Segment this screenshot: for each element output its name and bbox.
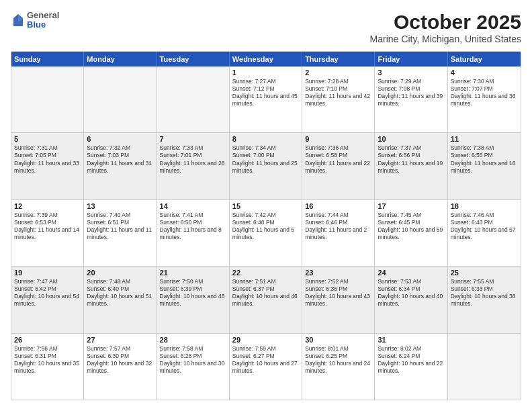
day-number: 5 (14, 135, 81, 143)
calendar: SundayMondayTuesdayWednesdayThursdayFrid… (11, 51, 521, 400)
day-number: 8 (232, 135, 299, 143)
calendar-cell: 3Sunrise: 7:29 AM Sunset: 7:08 PM Daylig… (375, 66, 447, 132)
calendar-cell: 18Sunrise: 7:46 AM Sunset: 6:43 PM Dayli… (448, 200, 521, 266)
day-number: 30 (305, 336, 371, 344)
day-of-week-header: Tuesday (157, 52, 230, 66)
calendar-row: 5Sunrise: 7:31 AM Sunset: 7:05 PM Daylig… (11, 132, 521, 199)
day-of-week-header: Monday (84, 52, 157, 66)
title-block: October 2025 Marine City, Michigan, Unit… (370, 11, 521, 44)
cell-content: Sunrise: 7:50 AM Sunset: 6:39 PM Dayligh… (160, 278, 226, 308)
calendar-cell: 16Sunrise: 7:44 AM Sunset: 6:46 PM Dayli… (302, 200, 375, 266)
cell-content: Sunrise: 7:42 AM Sunset: 6:48 PM Dayligh… (232, 212, 299, 241)
calendar-cell: 1Sunrise: 7:27 AM Sunset: 7:12 PM Daylig… (230, 66, 302, 132)
day-number: 11 (451, 135, 518, 143)
calendar-cell: 4Sunrise: 7:30 AM Sunset: 7:07 PM Daylig… (448, 66, 521, 132)
day-of-week-header: Thursday (302, 52, 375, 66)
cell-content: Sunrise: 7:31 AM Sunset: 7:05 PM Dayligh… (14, 144, 81, 174)
logo-blue-text: Blue (27, 20, 59, 30)
day-number: 25 (451, 269, 518, 277)
day-number: 3 (378, 68, 444, 77)
calendar-cell: 24Sunrise: 7:53 AM Sunset: 6:34 PM Dayli… (375, 267, 447, 332)
day-number: 7 (160, 135, 226, 143)
calendar-cell: 12Sunrise: 7:39 AM Sunset: 6:53 PM Dayli… (11, 200, 84, 266)
calendar-cell: 11Sunrise: 7:38 AM Sunset: 6:55 PM Dayli… (448, 133, 521, 199)
calendar-cell: 6Sunrise: 7:32 AM Sunset: 7:03 PM Daylig… (84, 133, 157, 199)
calendar-cell: 9Sunrise: 7:36 AM Sunset: 6:58 PM Daylig… (302, 133, 375, 199)
calendar-cell (157, 66, 230, 132)
cell-content: Sunrise: 7:55 AM Sunset: 6:33 PM Dayligh… (451, 278, 518, 308)
calendar-row: 1Sunrise: 7:27 AM Sunset: 7:12 PM Daylig… (11, 66, 521, 132)
day-number: 6 (87, 135, 153, 143)
day-of-week-header: Wednesday (230, 52, 302, 66)
cell-content: Sunrise: 7:53 AM Sunset: 6:34 PM Dayligh… (378, 278, 444, 308)
calendar-cell: 29Sunrise: 7:59 AM Sunset: 6:27 PM Dayli… (230, 334, 302, 400)
day-number: 18 (451, 202, 518, 210)
day-number: 4 (451, 68, 518, 77)
calendar-cell: 15Sunrise: 7:42 AM Sunset: 6:48 PM Dayli… (230, 200, 302, 266)
calendar-cell (84, 66, 157, 132)
calendar-cell: 13Sunrise: 7:40 AM Sunset: 6:51 PM Dayli… (84, 200, 157, 266)
calendar-cell: 26Sunrise: 7:56 AM Sunset: 6:31 PM Dayli… (11, 334, 84, 400)
cell-content: Sunrise: 7:45 AM Sunset: 6:45 PM Dayligh… (378, 212, 444, 241)
cell-content: Sunrise: 7:40 AM Sunset: 6:51 PM Dayligh… (87, 212, 153, 241)
calendar-cell: 17Sunrise: 7:45 AM Sunset: 6:45 PM Dayli… (375, 200, 447, 266)
logo: General Blue (11, 11, 59, 30)
calendar-cell: 25Sunrise: 7:55 AM Sunset: 6:33 PM Dayli… (448, 267, 521, 332)
day-number: 13 (87, 202, 153, 210)
cell-content: Sunrise: 7:52 AM Sunset: 6:36 PM Dayligh… (305, 278, 371, 308)
day-number: 15 (232, 202, 299, 210)
cell-content: Sunrise: 7:47 AM Sunset: 6:42 PM Dayligh… (14, 278, 81, 308)
calendar-cell (11, 66, 84, 132)
cell-content: Sunrise: 7:33 AM Sunset: 7:01 PM Dayligh… (160, 144, 226, 174)
day-number: 29 (232, 336, 299, 344)
day-number: 20 (87, 269, 153, 277)
day-number: 1 (232, 68, 299, 77)
cell-content: Sunrise: 7:32 AM Sunset: 7:03 PM Dayligh… (87, 144, 153, 174)
cell-content: Sunrise: 7:44 AM Sunset: 6:46 PM Dayligh… (305, 212, 371, 241)
day-number: 28 (160, 336, 226, 344)
cell-content: Sunrise: 7:37 AM Sunset: 6:56 PM Dayligh… (378, 144, 444, 174)
calendar-row: 26Sunrise: 7:56 AM Sunset: 6:31 PM Dayli… (11, 333, 521, 400)
day-number: 16 (305, 202, 371, 210)
cell-content: Sunrise: 7:38 AM Sunset: 6:55 PM Dayligh… (451, 144, 518, 174)
calendar-cell: 20Sunrise: 7:48 AM Sunset: 6:40 PM Dayli… (84, 267, 157, 332)
calendar-row: 12Sunrise: 7:39 AM Sunset: 6:53 PM Dayli… (11, 199, 521, 266)
cell-content: Sunrise: 8:01 AM Sunset: 6:25 PM Dayligh… (305, 345, 371, 375)
day-number: 2 (305, 68, 371, 77)
calendar-cell: 7Sunrise: 7:33 AM Sunset: 7:01 PM Daylig… (157, 133, 230, 199)
day-number: 10 (378, 135, 444, 143)
calendar-body: 1Sunrise: 7:27 AM Sunset: 7:12 PM Daylig… (11, 66, 521, 400)
logo-text: General Blue (27, 11, 59, 30)
calendar-cell: 14Sunrise: 7:41 AM Sunset: 6:50 PM Dayli… (157, 200, 230, 266)
cell-content: Sunrise: 8:02 AM Sunset: 6:24 PM Dayligh… (378, 345, 444, 375)
month-title: October 2025 (370, 11, 521, 34)
calendar-cell: 5Sunrise: 7:31 AM Sunset: 7:05 PM Daylig… (11, 133, 84, 199)
header: General Blue October 2025 Marine City, M… (11, 11, 521, 44)
calendar-cell: 30Sunrise: 8:01 AM Sunset: 6:25 PM Dayli… (302, 334, 375, 400)
logo-general-text: General (27, 11, 59, 20)
calendar-cell: 8Sunrise: 7:34 AM Sunset: 7:00 PM Daylig… (230, 133, 302, 199)
calendar-cell: 19Sunrise: 7:47 AM Sunset: 6:42 PM Dayli… (11, 267, 84, 332)
cell-content: Sunrise: 7:36 AM Sunset: 6:58 PM Dayligh… (305, 144, 371, 174)
calendar-cell (448, 334, 521, 400)
calendar-cell: 27Sunrise: 7:57 AM Sunset: 6:30 PM Dayli… (84, 334, 157, 400)
day-of-week-header: Sunday (11, 52, 84, 66)
cell-content: Sunrise: 7:48 AM Sunset: 6:40 PM Dayligh… (87, 278, 153, 308)
cell-content: Sunrise: 7:29 AM Sunset: 7:08 PM Dayligh… (378, 78, 444, 107)
calendar-cell: 28Sunrise: 7:58 AM Sunset: 6:28 PM Dayli… (157, 334, 230, 400)
cell-content: Sunrise: 7:57 AM Sunset: 6:30 PM Dayligh… (87, 345, 153, 375)
day-number: 27 (87, 336, 153, 344)
cell-content: Sunrise: 7:34 AM Sunset: 7:00 PM Dayligh… (232, 144, 299, 174)
day-number: 17 (378, 202, 444, 210)
calendar-cell: 22Sunrise: 7:51 AM Sunset: 6:37 PM Dayli… (230, 267, 302, 332)
cell-content: Sunrise: 7:56 AM Sunset: 6:31 PM Dayligh… (14, 345, 81, 375)
day-number: 23 (305, 269, 371, 277)
cell-content: Sunrise: 7:27 AM Sunset: 7:12 PM Dayligh… (232, 78, 299, 107)
cell-content: Sunrise: 7:51 AM Sunset: 6:37 PM Dayligh… (232, 278, 299, 308)
cell-content: Sunrise: 7:58 AM Sunset: 6:28 PM Dayligh… (160, 345, 226, 375)
calendar-cell: 23Sunrise: 7:52 AM Sunset: 6:36 PM Dayli… (302, 267, 375, 332)
cell-content: Sunrise: 7:59 AM Sunset: 6:27 PM Dayligh… (232, 345, 299, 375)
day-of-week-header: Friday (375, 52, 447, 66)
day-number: 21 (160, 269, 226, 277)
cell-content: Sunrise: 7:28 AM Sunset: 7:10 PM Dayligh… (305, 78, 371, 107)
